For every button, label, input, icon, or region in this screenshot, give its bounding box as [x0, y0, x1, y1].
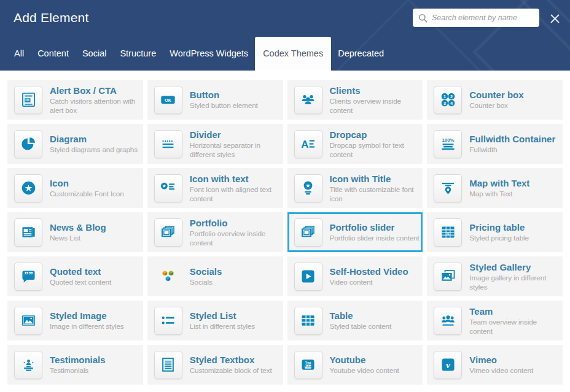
element-card-vimeo[interactable]: vVimeoVimeo video content	[427, 345, 563, 385]
fullwidth-container-icon: 100%	[434, 130, 462, 158]
element-description: Vimeo video content	[469, 366, 533, 375]
element-description: Video content	[330, 278, 408, 287]
svg-text:1: 1	[443, 94, 446, 99]
element-description: List in different styles	[190, 322, 255, 331]
element-description: Team overview inside content	[469, 318, 561, 336]
element-card-youtube[interactable]: YouTubeYoutubeYoutube video content	[287, 345, 423, 385]
element-description: Youtube video content	[330, 366, 399, 375]
element-card-clients[interactable]: ClientsClients overview inside content	[287, 80, 423, 120]
tab-structure[interactable]: Structure	[113, 37, 163, 71]
element-card-styled-gallery[interactable]: Styled GalleryImage gallery in different…	[427, 256, 563, 296]
element-title: Table	[330, 310, 392, 321]
search-icon	[418, 13, 428, 23]
close-button[interactable]	[548, 12, 562, 26]
element-text: Counter boxCounter box	[469, 89, 523, 110]
element-description: Counter box	[469, 101, 523, 110]
element-card-pricing-table[interactable]: $Pricing tableStyled pricing table	[427, 212, 563, 252]
element-text: ButtonStyled button element	[190, 89, 258, 110]
element-text: TeamTeam overview inside content	[469, 306, 561, 336]
element-title: Diagram	[50, 133, 138, 145]
element-description: News List	[50, 234, 106, 243]
element-title: Clients	[330, 85, 422, 96]
element-text: YoutubeYoutube video content	[330, 354, 399, 375]
element-text: ClientsClients overview inside content	[330, 85, 422, 115]
element-card-styled-image[interactable]: Styled ImageImage in different styles	[7, 301, 143, 340]
element-title: Pricing table	[469, 221, 529, 233]
svg-text:2: 2	[450, 94, 453, 99]
modal-header: Add Element AllContentSocialStructureWor…	[0, 0, 570, 71]
element-text: Icon with TitleTitle with customizable f…	[330, 173, 422, 204]
element-card-map-with-text[interactable]: Map with TextMap with Text	[427, 168, 563, 208]
element-card-news-blog[interactable]: News & BlogNews List	[7, 212, 143, 252]
element-card-quoted-text[interactable]: ””Quoted textQuoted text content	[7, 256, 143, 296]
element-card-team[interactable]: TeamTeam overview inside content	[427, 301, 563, 340]
element-card-socials[interactable]: SocialsSocials	[147, 256, 283, 296]
element-description: Testimonials	[50, 366, 106, 375]
element-description: Font Icon with aligned text content	[190, 185, 282, 204]
element-card-styled-textbox[interactable]: Styled TextboxCustomizable block of text	[147, 345, 283, 385]
element-card-styled-list[interactable]: Styled ListList in different styles	[147, 301, 283, 340]
dropcap-icon: A	[294, 130, 322, 158]
counter-box-icon: 1234	[434, 86, 462, 114]
element-card-alert-box-cta[interactable]: OKAlert Box / CTACatch visitors attentio…	[7, 80, 143, 120]
svg-text:OK: OK	[165, 98, 171, 102]
element-card-button[interactable]: OKButtonStyled button element	[147, 80, 283, 120]
svg-text:You: You	[305, 361, 311, 364]
element-title: Counter box	[469, 89, 523, 101]
element-card-icon[interactable]: IconCustomizable Font Icon	[7, 168, 143, 208]
element-text: Alert Box / CTACatch visitors attention …	[50, 85, 142, 115]
svg-text:Tube: Tube	[305, 365, 312, 368]
modal-title: Add Element	[14, 10, 88, 25]
element-card-diagram[interactable]: DiagramStyled diagrams and graphs	[7, 124, 143, 164]
element-card-counter-box[interactable]: 1234Counter boxCounter box	[427, 80, 563, 120]
youtube-icon: YouTube	[294, 351, 322, 379]
svg-text:OK: OK	[25, 99, 30, 102]
element-description: Horizontal separator in different styles	[190, 141, 282, 159]
svg-text:100%: 100%	[442, 137, 454, 143]
team-icon	[434, 307, 462, 335]
icon-star-icon	[14, 174, 42, 202]
tab-codex-themes[interactable]: Codex Themes	[255, 37, 331, 71]
tab-all[interactable]: All	[7, 37, 31, 71]
svg-text:””: ””	[24, 270, 33, 280]
element-title: Dropcap	[330, 129, 422, 140]
element-card-icon-with-text[interactable]: Icon with textFont Icon with aligned tex…	[147, 168, 283, 208]
element-card-portfolio-slider[interactable]: Portfolio sliderPortfolio slider inside …	[287, 212, 423, 252]
pricing-table-icon: $	[434, 218, 462, 247]
element-description: Map with Text	[469, 190, 529, 199]
element-description: Quoted text content	[50, 278, 111, 287]
element-card-portfolio[interactable]: PortfolioPortfolio overview inside conte…	[147, 212, 283, 252]
element-title: Button	[190, 89, 258, 101]
element-text: Self-Hosted VideoVideo content	[330, 266, 408, 287]
element-title: Alert Box / CTA	[50, 85, 142, 96]
element-title: Icon with Title	[330, 173, 422, 185]
element-title: Quoted text	[50, 266, 111, 277]
element-card-fullwidth-container[interactable]: 100%Fullwidth ContainerFullwidth	[427, 124, 563, 164]
element-card-dropcap[interactable]: ADropcapDropcap symbol for text content	[287, 124, 423, 164]
search-input[interactable]	[432, 13, 534, 22]
element-card-self-hosted-video[interactable]: Self-Hosted VideoVideo content	[287, 256, 423, 296]
element-description: Styled button element	[190, 101, 258, 110]
element-description: Fullwidth	[469, 145, 555, 155]
tab-wordpress-widgets[interactable]: WordPress Widgets	[163, 37, 255, 71]
element-card-icon-with-title[interactable]: Icon with TitleTitle with customizable f…	[287, 168, 423, 208]
element-title: Socials	[190, 266, 222, 277]
element-description: Clients overview inside content	[330, 97, 422, 115]
close-icon	[550, 13, 560, 24]
tab-deprecated[interactable]: Deprecated	[331, 37, 391, 71]
news-blog-icon	[14, 218, 42, 247]
add-element-modal: Add Element AllContentSocialStructureWor…	[0, 0, 570, 392]
element-title: Styled Gallery	[469, 261, 561, 273]
element-description: Customizable Font Icon	[50, 190, 124, 199]
tab-content[interactable]: Content	[31, 37, 76, 71]
table-icon	[294, 307, 322, 335]
element-description: Title with customizable font icon	[330, 185, 422, 204]
socials-icon	[154, 263, 182, 291]
element-card-testimonials[interactable]: TestimonialsTestimonials	[7, 345, 143, 385]
icon-with-title-icon	[294, 174, 322, 202]
element-text: DividerHorizontal separator in different…	[190, 129, 282, 159]
element-card-table[interactable]: TableStyled table content	[287, 301, 423, 340]
tab-social[interactable]: Social	[76, 37, 114, 71]
element-card-divider[interactable]: DividerHorizontal separator in different…	[147, 124, 283, 164]
map-with-text-icon	[434, 174, 462, 202]
